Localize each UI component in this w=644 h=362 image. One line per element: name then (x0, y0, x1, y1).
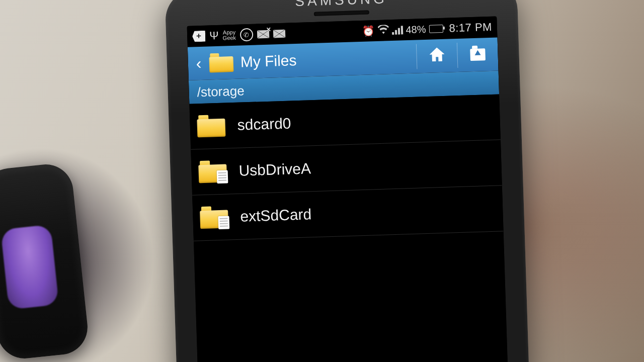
home-button[interactable] (417, 39, 458, 73)
phone-screen: + Ψ Appy Geek ✆ ⏰ (187, 16, 508, 362)
photo-scene: SAMSUNG + Ψ Appy Geek ✆ (0, 0, 644, 362)
list-item[interactable]: extSdCard (192, 186, 504, 241)
status-left: + Ψ Appy Geek ✆ (192, 25, 359, 43)
folder-name: extSdCard (240, 206, 312, 225)
usb-icon: Ψ (209, 29, 219, 43)
notif-line2: Geek (223, 35, 236, 41)
usb-flash-drive-prop (0, 162, 90, 361)
home-icon (429, 47, 445, 65)
folder-icon (197, 115, 225, 138)
folder-name: UsbDriveA (238, 160, 311, 179)
folder-up-icon (470, 48, 486, 61)
folder-icon (198, 160, 227, 184)
app-folder-icon (209, 53, 233, 72)
app-notification-icon: Appy Geek (222, 30, 236, 41)
mail-icon (273, 30, 285, 38)
battery-percent: 48% (406, 23, 426, 35)
alarm-icon: ⏰ (362, 25, 375, 37)
folder-up-button[interactable] (457, 37, 499, 71)
status-clock: 8:17 PM (449, 21, 492, 35)
folder-icon (200, 206, 228, 229)
wifi-icon (377, 25, 389, 37)
back-button[interactable]: ‹ (188, 54, 209, 73)
earpiece-speaker (314, 10, 369, 16)
status-right: ⏰ 48% 8:17 PM (362, 21, 492, 38)
current-path: /storage (197, 83, 245, 100)
file-list: sdcard0 UsbDriveA extSdCard (189, 94, 503, 241)
battery-icon (429, 25, 443, 33)
app-title: My Files (240, 48, 417, 71)
signal-icon (391, 25, 403, 35)
mail-unread-icon (257, 30, 269, 39)
tag-plus-icon: + (192, 31, 206, 42)
whatsapp-icon: ✆ (239, 28, 253, 42)
phone-body: SAMSUNG + Ψ Appy Geek ✆ (165, 0, 529, 362)
folder-name: sdcard0 (237, 115, 291, 133)
